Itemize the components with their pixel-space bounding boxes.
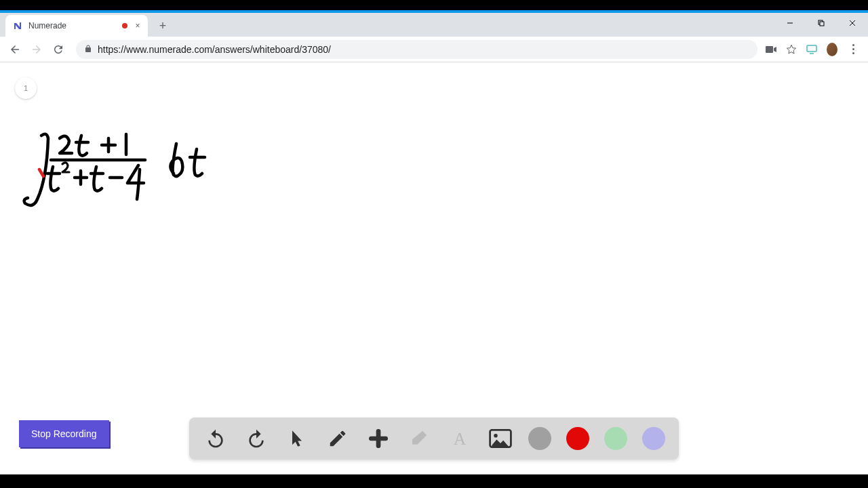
image-tool[interactable]: [488, 426, 513, 451]
color-purple[interactable]: [642, 427, 665, 450]
stop-recording-button[interactable]: Stop Recording: [19, 420, 109, 447]
browser-frame: Numerade × +: [0, 13, 868, 474]
chrome-menu-button[interactable]: [847, 40, 860, 58]
forward-button[interactable]: [27, 40, 46, 59]
pen-tool[interactable]: [325, 426, 351, 451]
close-window-button[interactable]: [837, 13, 868, 33]
text-tool[interactable]: A: [447, 426, 473, 451]
letterbox-top: [0, 0, 868, 10]
monitor-icon[interactable]: [806, 44, 817, 55]
color-red[interactable]: [566, 427, 589, 450]
undo-button[interactable]: [203, 426, 229, 451]
svg-point-19: [494, 434, 498, 438]
redo-button[interactable]: [243, 426, 269, 451]
profile-avatar[interactable]: [827, 44, 837, 55]
color-green[interactable]: [604, 427, 627, 450]
bookmark-star-icon[interactable]: [786, 44, 797, 55]
svg-rect-5: [766, 46, 773, 53]
numerade-favicon: [12, 20, 23, 31]
nav-bar: https://www.numerade.com/answers/whitebo…: [0, 37, 868, 62]
minimize-button[interactable]: [774, 13, 806, 33]
address-bar[interactable]: https://www.numerade.com/answers/whitebo…: [76, 40, 757, 59]
letterbox-bottom: [0, 474, 868, 488]
color-gray[interactable]: [528, 427, 551, 450]
svg-text:A: A: [454, 429, 467, 448]
pointer-tool[interactable]: [284, 426, 310, 451]
eraser-tool[interactable]: [406, 426, 432, 451]
close-tab-button[interactable]: ×: [133, 21, 142, 30]
extension-icons: [766, 40, 863, 58]
svg-rect-6: [807, 45, 816, 52]
new-tab-button[interactable]: +: [153, 16, 172, 35]
tab-bar: Numerade × +: [0, 13, 868, 37]
url-text: https://www.numerade.com/answers/whitebo…: [98, 44, 749, 55]
reload-button[interactable]: [49, 40, 68, 59]
tab-title: Numerade: [28, 21, 117, 30]
camera-icon[interactable]: [766, 44, 776, 55]
back-button[interactable]: [5, 40, 24, 59]
maximize-button[interactable]: [806, 13, 837, 33]
add-tool[interactable]: [366, 426, 391, 451]
window-controls: [774, 13, 868, 37]
svg-rect-2: [820, 22, 824, 26]
handwritten-integral: [19, 130, 222, 211]
recording-indicator-icon: [122, 23, 127, 28]
whiteboard-canvas[interactable]: 1: [0, 62, 868, 474]
lock-icon: [84, 44, 92, 55]
browser-tab[interactable]: Numerade ×: [5, 15, 148, 37]
page-number-badge[interactable]: 1: [15, 77, 37, 99]
whiteboard-toolbar: A: [189, 418, 679, 460]
